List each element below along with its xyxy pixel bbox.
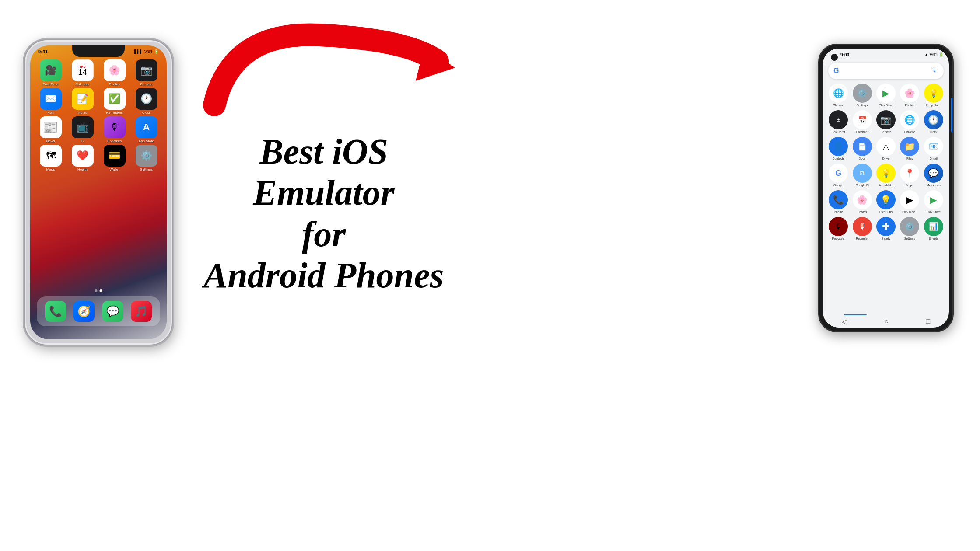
android-back-btn[interactable]: ◁ [842,317,847,326]
iphone-app-reminders[interactable]: ✅ Reminders [101,88,128,115]
android-podcasts-label: Podcasts [832,237,845,240]
clock-label: Clock [142,111,150,115]
android-app-chrome[interactable]: 🌐 Chrome [827,84,850,107]
iphone-app-row-4: 🗺 Maps ❤️ Health 💳 Wallet ⚙️ Settings [35,145,162,171]
iphone-app-appstore[interactable]: A App Store [133,116,160,143]
android-settings2-label: Settings [904,237,915,240]
android-maps-icon: 📍 [900,164,919,183]
android-clock-label: Clock [930,130,938,133]
android-app-safety[interactable]: ✚ Safety [875,217,897,240]
iphone-app-clock[interactable]: 🕐 Clock [133,88,160,115]
android-app-settings2[interactable]: ⚙️ Settings [898,217,921,240]
android-messages-label: Messages [927,184,941,187]
android-app-photos[interactable]: 🌸 Photos [898,84,921,107]
android-docs-label: Docs [859,157,866,160]
iphone-app-tv[interactable]: 📺 TV [69,116,96,143]
settings-label: Settings [140,167,153,171]
iphone-side-btn-mute [24,93,24,108]
dock-safari-icon[interactable]: 🧭 [74,301,94,322]
android-app-google[interactable]: G Google [827,164,850,187]
iphone-app-podcasts[interactable]: 🎙 Podcasts [101,116,128,143]
android-app-camera[interactable]: 📷 Camera [875,110,897,133]
iphone-app-mail[interactable]: ✉️ Mail [37,88,64,115]
android-googlefi-icon: Fi [853,164,872,183]
android-recorder-label: Recorder [856,237,868,240]
title-line2: for [302,214,346,254]
android-app-chrome2[interactable]: 🌐 Chrome [898,110,921,133]
android-app-playstore2[interactable]: ▶ Play Store [922,190,945,213]
android-app-settings[interactable]: ⚙️ Settings [851,84,874,107]
android-app-phone[interactable]: 📞 Phone [827,190,850,213]
iphone-app-photos[interactable]: 🌸 Photos [101,59,128,86]
android-playstore-icon: ▶ [876,84,896,103]
iphone-app-maps[interactable]: 🗺 Maps [37,145,64,171]
photos-label: Photos [109,82,120,86]
iphone-app-wallet[interactable]: 💳 Wallet [101,145,128,171]
android-phone: 9:00 ▲ WiFi 🔋 G 🎙 🌐 Chrome [818,44,954,332]
news-icon: 📰 [40,116,62,138]
android-app-sheets[interactable]: 📊 Sheets [922,217,945,240]
android-app-pixeltips[interactable]: 💡 Pixel Tips [875,190,897,213]
signal-icon: ▌▌▌ [134,49,143,54]
android-app-podcasts[interactable]: 🎙 Podcasts [827,217,850,240]
android-app-gmail[interactable]: 📧 Gmail [922,137,945,160]
dock-phone-icon[interactable]: 📞 [45,301,66,322]
android-app-calendar[interactable]: 📅 Calendar [851,110,874,133]
iphone-app-settings[interactable]: ⚙️ Settings [133,145,160,171]
facetime-icon: 🎥 [40,59,62,81]
android-chrome-label: Chrome [833,104,844,107]
iphone-app-row-2: ✉️ Mail 📝 Notes ✅ Reminders 🕐 Clock [35,88,162,115]
android-app-maps[interactable]: 📍 Maps [898,164,921,187]
android-clock-icon: 🕐 [924,110,943,129]
android-pixeltips-label: Pixel Tips [879,210,892,213]
facetime-label: FaceTime [43,82,58,86]
android-playmov-icon: ▶ [900,190,919,209]
android-contacts-label: Contacts [832,157,844,160]
iphone-app-camera[interactable]: 📷 Camera [133,59,160,86]
android-sheets-label: Sheets [929,237,938,240]
android-calendar-label: Calendar [856,130,868,133]
android-app-keepnot2[interactable]: 💡 Keep Not... [875,164,897,187]
iphone-app-facetime[interactable]: 🎥 FaceTime [37,59,64,86]
maps-label: Maps [46,167,55,171]
android-app-files[interactable]: 📁 Files [898,137,921,160]
android-app-calculator[interactable]: ± Calculator [827,110,850,133]
android-app-playstore[interactable]: ▶ Play Store [875,84,897,107]
android-keepnot2-icon: 💡 [876,164,896,183]
android-app-googlefi[interactable]: Fi Google Fi [851,164,874,187]
android-recents-btn[interactable]: □ [926,317,931,325]
android-status-icons: ▲ WiFi 🔋 [924,52,944,57]
iphone-screen: 9:41 ▌▌▌ WiFi 🔋 🎥 FaceTime [30,45,167,339]
android-row-1: 🌐 Chrome ⚙️ Settings ▶ Play Store 🌸 Phot… [826,84,945,107]
wallet-icon: 💳 [104,145,126,167]
android-app-drive[interactable]: △ Drive [875,137,897,160]
iphone-app-calendar[interactable]: THU 14 Calendar [69,59,96,86]
android-app-photos2[interactable]: 🌸 Photos [851,190,874,213]
dock-messages-icon[interactable]: 💬 [102,301,123,322]
iphone-app-health[interactable]: ❤️ Health [69,145,96,171]
android-app-recorder[interactable]: 🎙 Recorder [851,217,874,240]
android-app-playmov[interactable]: ▶ Play Mov... [898,190,921,213]
android-app-keepnotes[interactable]: 💡 Keep Not... [922,84,945,107]
news-label: News [46,139,55,143]
android-drive-label: Drive [882,157,889,160]
iphone-app-notes[interactable]: 📝 Notes [69,88,96,115]
android-app-clock[interactable]: 🕐 Clock [922,110,945,133]
iphone-app-news[interactable]: 📰 News [37,116,64,143]
android-app-docs[interactable]: 📄 Docs [851,137,874,160]
dock-music-icon[interactable]: 🎵 [131,301,152,322]
android-search-bar[interactable]: G 🎙 [828,63,944,79]
android-home-btn[interactable]: ○ [884,317,889,325]
mail-label: Mail [47,111,54,115]
iphone-notch [72,45,125,57]
android-chrome2-label: Chrome [904,130,915,133]
notes-label: Notes [78,111,87,115]
wallet-label: Wallet [110,167,119,171]
android-row-4: G Google Fi Google Fi 💡 Keep Not... 📍 Ma… [826,164,945,187]
android-app-messages[interactable]: 💬 Messages [922,164,945,187]
android-settings-icon: ⚙️ [853,84,872,103]
android-photos2-icon: 🌸 [853,190,872,209]
android-app-contacts[interactable]: 👤 Contacts [827,137,850,160]
android-playstore2-label: Play Store [927,210,941,213]
android-keepnotes-icon: 💡 [924,84,943,103]
